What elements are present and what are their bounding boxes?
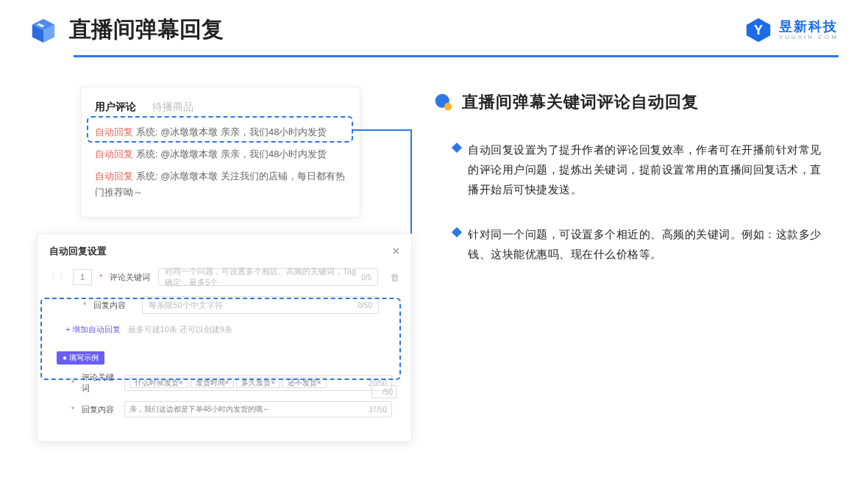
section-title: 直播间弹幕关键词评论自动回复 — [462, 91, 699, 113]
comments-panel: 用户评论 待播商品 自动回复系统: @冰墩墩本墩 亲亲，我们48小时内发货 自动… — [81, 87, 360, 218]
settings-panel: 自动回复设置 × ⋮⋮ 1 * 评论关键词 对同一个问题，可设置多个相近、高频的… — [37, 234, 412, 442]
placeholder-text: 对同一个问题，可设置多个相近、高频的关键词，Tag确定，最多5个 — [165, 266, 361, 288]
auto-reply-badge: 自动回复 — [95, 171, 133, 182]
keyword-label: 评论关键词 — [110, 272, 151, 283]
bullet-text-2: 针对同一个问题，可设置多个相近的、高频的关键词。例如：这款多少钱、这块能优惠吗、… — [468, 224, 831, 264]
svg-text:Y: Y — [754, 23, 763, 37]
page-header: 直播间弹幕回复 Y 昱新科技 YUUXIN.COM — [0, 0, 868, 45]
input-value: 亲，我们这边都是下单48小时内发货的哦～ — [129, 404, 270, 415]
ex-content-input[interactable]: 亲，我们这边都是下单48小时内发货的哦～ 37/50 — [124, 401, 392, 417]
brand-logo: Y 昱新科技 YUUXIN.COM — [745, 17, 839, 43]
brand-icon: Y — [745, 17, 772, 43]
auto-reply-msg-2: 自动回复系统: @冰墩墩本墩 亲亲，我们48小时内发货 — [95, 146, 346, 162]
cube-icon — [29, 16, 57, 44]
highlight-box-2 — [40, 298, 401, 380]
required-dot: * — [71, 406, 74, 414]
required-dot: * — [99, 273, 102, 281]
ex-content-label: 回复内容 — [82, 404, 117, 415]
extra-count-box: /50 — [371, 385, 396, 398]
brand-name-cn: 昱新科技 — [779, 20, 839, 33]
brand-name-en: YUUXIN.COM — [779, 35, 839, 40]
tab-user-comments[interactable]: 用户评论 — [95, 101, 136, 114]
char-count: 0/5 — [361, 273, 371, 281]
drag-icon[interactable]: ⋮⋮ — [49, 273, 65, 282]
keyword-input[interactable]: 对同一个问题，可设置多个相近、高频的关键词，Tag确定，最多5个 0/5 — [158, 268, 378, 286]
rule-index: 1 — [73, 269, 92, 285]
highlight-box-1 — [87, 116, 353, 143]
screenshot-area: 用户评论 待播商品 自动回复系统: @冰墩墩本墩 亲亲，我们48小时内发货 自动… — [37, 87, 412, 289]
svg-point-7 — [444, 103, 452, 110]
required-dot: * — [71, 379, 74, 387]
chat-bubble-icon — [434, 93, 453, 112]
bullet-text-1: 自动回复设置为了提升作者的评论回复效率，作者可在开播前针对常见的评论用户问题，提… — [468, 140, 831, 199]
msg-text: 系统: @冰墩墩本墩 亲亲，我们48小时内发货 — [136, 148, 327, 159]
diamond-bullet-icon — [452, 227, 462, 237]
auto-reply-msg-3: 自动回复系统: @冰墩墩本墩 关注我们的店铺，每日都有热门推荐呦～ — [95, 168, 346, 201]
page-title: 直播间弹幕回复 — [69, 15, 224, 45]
auto-reply-badge: 自动回复 — [95, 148, 133, 159]
tab-pending-goods[interactable]: 待播商品 — [152, 101, 193, 114]
connector-line — [353, 129, 412, 131]
settings-title: 自动回复设置 — [49, 245, 107, 258]
delete-icon[interactable]: 🗑 — [390, 272, 399, 283]
close-icon[interactable]: × — [393, 245, 399, 258]
char-count: 37/50 — [369, 406, 387, 414]
description-area: 直播间弹幕关键词评论自动回复 自动回复设置为了提升作者的评论回复效率，作者可在开… — [434, 87, 831, 289]
diamond-bullet-icon — [452, 143, 462, 153]
